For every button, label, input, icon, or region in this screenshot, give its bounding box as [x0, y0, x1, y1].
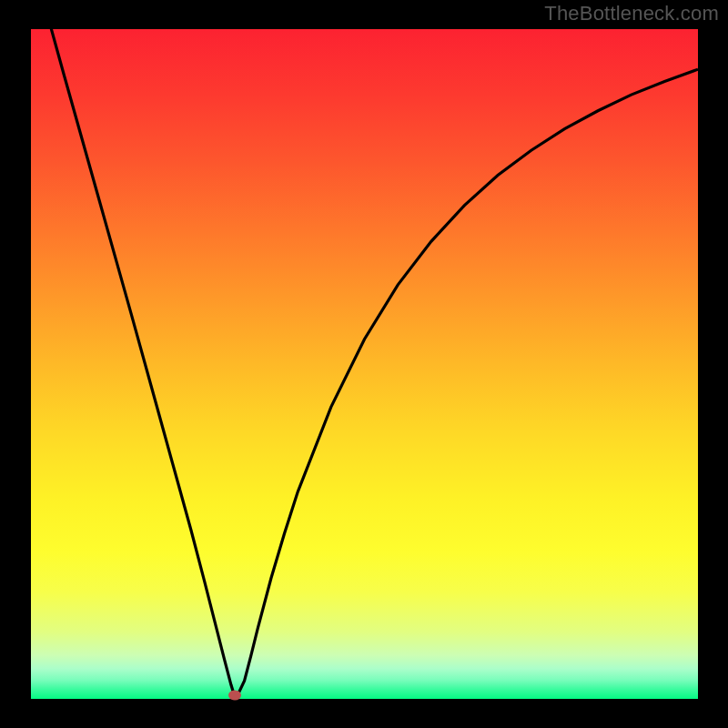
- optimal-point-marker: [228, 691, 241, 701]
- chart-frame: TheBottleneck.com: [0, 0, 728, 728]
- bottleneck-chart: [0, 0, 728, 728]
- gradient-background: [31, 29, 698, 699]
- watermark-text: TheBottleneck.com: [544, 2, 719, 25]
